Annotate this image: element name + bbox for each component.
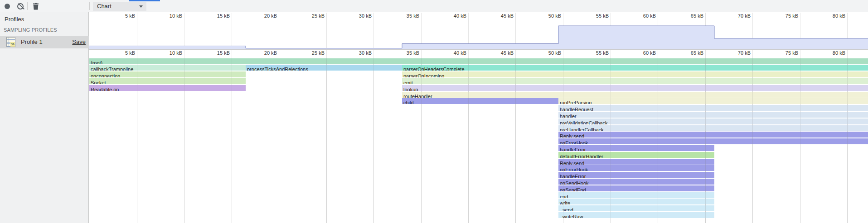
flame-frame[interactable]: Readable.on — [89, 85, 246, 91]
memory-profiler-panel: Chart Profiles SAMPLING PROFILES % Profi… — [0, 0, 868, 223]
ruler-tick-label: 50 kB — [524, 50, 561, 56]
ruler-tick-label: 30 kB — [335, 50, 372, 56]
frame-label: _writeRaw — [558, 214, 583, 218]
sampling-profiles-section-title: SAMPLING PROFILES — [4, 27, 57, 33]
flame-frame[interactable]: preHandlerCallback — [558, 125, 868, 131]
flame-frame[interactable]: defaultErrorHandler — [558, 152, 714, 158]
frame-label: onconnection — [89, 73, 120, 77]
memory-overview-area[interactable] — [89, 13, 868, 49]
frame-label: processTicksAndRejections — [246, 66, 308, 71]
gridline — [184, 58, 184, 223]
flame-frame[interactable]: handleRequest — [558, 105, 868, 111]
frame-label: (root) — [89, 60, 102, 64]
sidebar-title: Profiles — [5, 16, 24, 23]
gridline — [137, 58, 137, 223]
flame-frame[interactable]: Reply.send — [558, 159, 714, 165]
chevron-down-icon — [139, 5, 143, 8]
gridline — [468, 58, 469, 223]
clear-icon[interactable] — [17, 3, 24, 9]
gridline — [373, 58, 374, 223]
ruler-tick-label: 20 kB — [240, 50, 277, 56]
gridline — [611, 58, 611, 223]
record-icon[interactable] — [5, 4, 10, 9]
chart-view-select-value: Chart — [97, 3, 112, 9]
gridline — [752, 58, 753, 223]
gridline — [326, 58, 327, 223]
flame-frame[interactable]: handler — [558, 112, 868, 118]
gridline — [421, 58, 422, 223]
save-link[interactable]: Save — [72, 36, 86, 48]
frame-label: Reply.send — [558, 133, 584, 138]
flame-frame[interactable]: onSendEnd — [558, 185, 714, 191]
flame-frame[interactable]: onconnection — [89, 71, 246, 77]
chart-view-select[interactable]: Chart — [93, 2, 146, 11]
profile-name: Profile 1 — [21, 36, 43, 48]
frame-label: Readable.on — [89, 87, 119, 91]
toolbar: Chart — [0, 0, 868, 13]
frame-label: handler — [558, 114, 577, 118]
ruler-tick-label: 5 kB — [98, 50, 135, 56]
frame-label: emit — [402, 80, 413, 84]
ruler-tick-label: 75 kB — [761, 50, 798, 56]
frame-label: handleRequest — [558, 107, 593, 111]
flame-frame[interactable]: handleError — [558, 145, 714, 151]
ruler-tick-label: 10 kB — [145, 50, 182, 56]
flame-frame[interactable]: end — [558, 192, 714, 198]
ruler-tick-label: 35 kB — [383, 50, 419, 56]
gridline — [232, 58, 232, 223]
panel-accent-indicator — [129, 0, 160, 1]
frame-label: write_ — [558, 200, 573, 204]
profile-icon: % — [6, 37, 15, 47]
frame-label: routeHandler — [402, 94, 432, 98]
gridline — [515, 58, 516, 223]
ruler-tick-label: 45 kB — [477, 50, 514, 56]
delete-icon[interactable] — [33, 3, 39, 12]
frame-label: parserOnIncoming — [402, 73, 445, 77]
frame-label: Reply.send — [558, 161, 584, 165]
frame-label: parserOnHeadersComplete — [402, 66, 465, 71]
gridline — [279, 58, 279, 223]
ruler-tick-label: 80 kB — [809, 50, 845, 56]
flame-frame[interactable]: callbackTrampoline — [89, 65, 246, 71]
flame-frame[interactable]: write_ — [558, 199, 714, 204]
ruler-tick-label: 70 kB — [714, 50, 751, 56]
flame-frame[interactable]: parserOnIncoming — [402, 71, 868, 77]
ruler-tick-label: 40 kB — [430, 50, 466, 56]
allocation-chart-pane: 5 kB5 kB10 kB10 kB15 kB15 kB20 kB20 kB25… — [89, 12, 868, 223]
gridline — [563, 58, 563, 223]
toolbar-separator — [27, 2, 28, 10]
flame-frame[interactable]: emit — [402, 78, 868, 84]
frame-label: preHandlerCallback — [558, 127, 604, 131]
frame-label: callbackTrampoline — [89, 66, 133, 71]
ruler-tick-label: 60 kB — [619, 50, 656, 56]
flame-frame[interactable]: onSendHook — [558, 179, 714, 185]
flame-frame[interactable]: handleError — [558, 172, 714, 178]
gridline — [658, 58, 658, 223]
flame-frame[interactable]: _send — [558, 205, 714, 211]
flame-frame[interactable]: (root) — [89, 58, 868, 64]
gridline — [847, 58, 848, 223]
flame-frame[interactable]: routeHandler — [402, 92, 868, 98]
profiles-sidebar: Profiles SAMPLING PROFILES % Profile 1 S… — [0, 12, 89, 223]
ruler-tick-label: 15 kB — [193, 50, 230, 56]
sidebar-item-profile-1[interactable]: % Profile 1 Save — [0, 36, 89, 48]
flame-frame[interactable]: parserOnHeadersComplete — [402, 65, 868, 71]
flame-frame[interactable]: runPreParsing — [558, 98, 868, 104]
flame-frame[interactable]: onErrorHook — [558, 165, 714, 171]
gridline — [800, 58, 800, 223]
ruler-tick-label: 25 kB — [288, 50, 325, 56]
flame-frame[interactable]: Socket — [89, 78, 246, 84]
flame-frame[interactable]: preValidationCallback — [558, 119, 868, 124]
frame-label: lookup — [402, 87, 418, 91]
frame-label: defaultErrorHandler — [558, 154, 603, 158]
flame-frame[interactable]: processTicksAndRejections — [246, 65, 402, 71]
flame-frame[interactable]: child — [402, 98, 558, 104]
frame-label: _send — [558, 207, 573, 211]
flame-frame[interactable]: Reply.send — [558, 132, 868, 138]
frame-label: child — [402, 100, 414, 104]
ruler-tick-label: 65 kB — [667, 50, 703, 56]
flame-frame[interactable]: lookup — [402, 85, 868, 91]
overview-divider — [89, 49, 868, 50]
flame-frame[interactable]: onErrorHook — [558, 138, 868, 144]
flame-frame[interactable]: _writeRaw — [558, 212, 714, 218]
